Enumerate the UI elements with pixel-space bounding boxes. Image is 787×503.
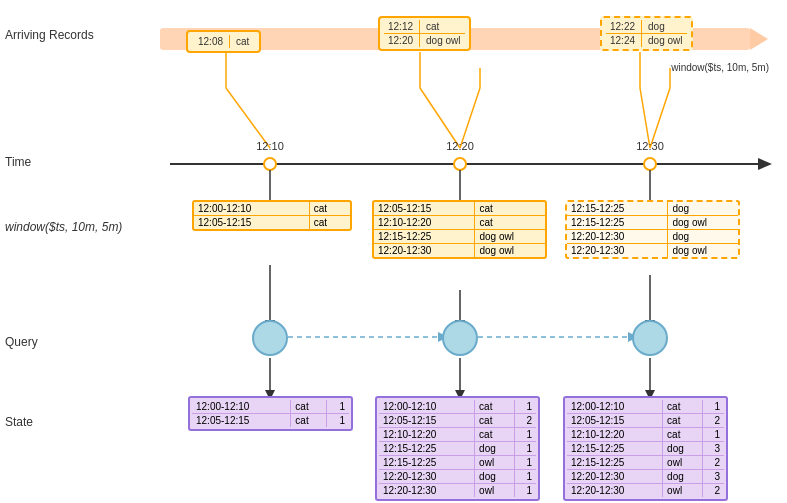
query-circle-2 <box>442 320 478 356</box>
state-label: State <box>5 415 33 429</box>
time-tick-1210: 12:10 <box>256 140 284 152</box>
window-col1: 12:00-12:10 cat 12:05-12:15 cat <box>192 200 352 231</box>
arriving-record-1: 12:08 cat <box>186 30 261 53</box>
query-label: Query <box>5 335 38 349</box>
arriving-record-group-2: 12:12 cat 12:20 dog owl <box>378 16 471 51</box>
svg-line-8 <box>226 88 270 148</box>
state-col1: 12:00-12:10 cat 1 12:05-12:15 cat 1 <box>188 396 353 431</box>
diagram: { "labels": { "arriving_records": "Arriv… <box>0 0 787 503</box>
svg-point-5 <box>454 158 466 170</box>
time-tick-1220: 12:20 <box>446 140 474 152</box>
window-func-label: window($ts, 10m, 5m) <box>5 220 122 234</box>
time-label: Time <box>5 155 31 169</box>
svg-marker-1 <box>750 28 768 50</box>
state-col3: 12:00-12:10 cat 1 12:05-12:15 cat 2 12:1… <box>563 396 728 501</box>
arriving-record-group-3: 12:22 dog 12:24 dog owl <box>600 16 693 51</box>
query-circle-3 <box>632 320 668 356</box>
window-col3: 12:15-12:25 dog 12:15-12:25 dog owl 12:2… <box>565 200 740 259</box>
svg-point-6 <box>644 158 656 170</box>
state-col2: 12:00-12:10 cat 1 12:05-12:15 cat 2 12:1… <box>375 396 540 501</box>
query-circle-1 <box>252 320 288 356</box>
arriving-records-label: Arriving Records <box>5 28 94 42</box>
window-func-label-topright: window($ts, 10m, 5m) <box>671 62 769 73</box>
time-tick-1230: 12:30 <box>636 140 664 152</box>
svg-line-16 <box>650 88 670 148</box>
svg-line-14 <box>640 88 650 148</box>
window-col2: 12:05-12:15 cat 12:10-12:20 cat 12:15-12… <box>372 200 547 259</box>
svg-point-4 <box>264 158 276 170</box>
svg-line-10 <box>420 88 460 148</box>
svg-marker-3 <box>758 158 772 170</box>
svg-line-12 <box>460 88 480 148</box>
